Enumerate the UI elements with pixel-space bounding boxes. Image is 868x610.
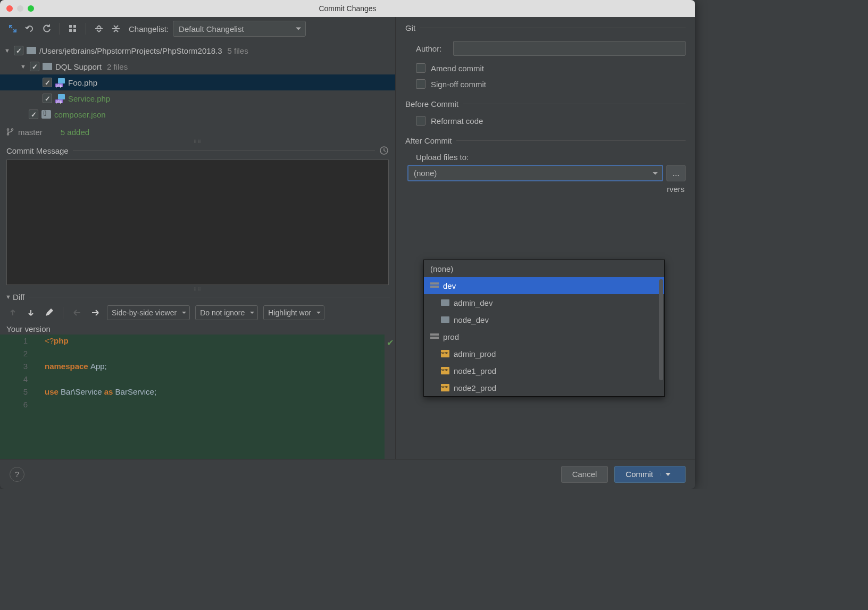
dropdown-item[interactable]: prod bbox=[424, 328, 664, 345]
diff-toolbar: Side-by-side viewer Do not ignore Highli… bbox=[0, 302, 395, 323]
commit-button[interactable]: Commit bbox=[614, 466, 686, 483]
maximize-window-icon[interactable] bbox=[28, 5, 34, 12]
your-version-label: Your version bbox=[0, 323, 395, 335]
dropdown-item[interactable]: node1_prod bbox=[424, 362, 664, 379]
checkbox[interactable] bbox=[416, 116, 425, 126]
author-input[interactable] bbox=[453, 41, 686, 56]
upload-files-label: Upload files to: bbox=[416, 153, 686, 162]
checkbox[interactable] bbox=[43, 94, 52, 103]
dropdown-item[interactable]: dev bbox=[424, 277, 664, 294]
svg-rect-2 bbox=[69, 29, 72, 32]
before-commit-label: Before Commit bbox=[405, 99, 458, 108]
file-count: 5 files bbox=[227, 46, 248, 55]
dropdown-item-label: dev bbox=[443, 281, 456, 290]
back-icon bbox=[71, 306, 84, 319]
sftp-icon bbox=[441, 384, 449, 391]
tree-file-row[interactable]: composer.json bbox=[0, 106, 395, 122]
folder-icon bbox=[43, 63, 52, 70]
svg-rect-3 bbox=[73, 29, 76, 32]
changes-toolbar: Changelist: Default Changelist bbox=[0, 17, 395, 40]
json-file-icon bbox=[41, 110, 51, 119]
dialog-footer: ? Cancel Commit bbox=[0, 459, 695, 489]
author-row: Author: bbox=[416, 41, 686, 56]
branch-name: master bbox=[18, 128, 43, 137]
undo-icon[interactable] bbox=[23, 22, 36, 35]
file-name: composer.json bbox=[54, 110, 106, 119]
git-section-label: Git bbox=[405, 23, 415, 32]
splitter[interactable]: ⠿⠿ bbox=[0, 139, 395, 144]
commit-changes-dialog: Commit Changes Changelist: Default Chang… bbox=[0, 0, 695, 489]
file-name: Foo.php bbox=[68, 78, 97, 87]
expand-all-icon[interactable] bbox=[93, 22, 105, 35]
diff-code-area[interactable]: 1 2 3 4 5 6 <?php namespace App; use Bar… bbox=[0, 335, 395, 459]
tree-root-row[interactable]: ▼ /Users/jetbrains/PhpstormProjects/PhpS… bbox=[0, 43, 395, 59]
refresh-icon[interactable] bbox=[40, 22, 53, 35]
help-button[interactable]: ? bbox=[10, 467, 24, 482]
upload-target-dropdown[interactable]: (none) bbox=[407, 165, 663, 181]
chevron-down-icon[interactable]: ▼ bbox=[5, 294, 13, 300]
forward-icon[interactable] bbox=[89, 306, 102, 319]
collapse-all-icon[interactable] bbox=[110, 22, 122, 35]
signoff-label: Sign-off commit bbox=[431, 80, 486, 89]
minimize-window-icon bbox=[17, 5, 23, 12]
dropdown-item-label: node2_prod bbox=[454, 383, 496, 392]
branch-icon bbox=[6, 128, 14, 136]
server-icon bbox=[441, 299, 449, 306]
dropdown-item[interactable]: admin_prod bbox=[424, 345, 664, 362]
checkbox[interactable] bbox=[43, 78, 52, 87]
history-icon[interactable] bbox=[379, 146, 389, 155]
diff-section-label: Diff bbox=[13, 293, 24, 302]
chevron-down-icon[interactable]: ▼ bbox=[4, 47, 12, 54]
commit-options-dropdown[interactable] bbox=[661, 473, 674, 476]
collapse-diff-icon[interactable] bbox=[6, 22, 19, 35]
tree-file-row[interactable]: Service.php bbox=[0, 90, 395, 106]
added-count: 5 added bbox=[61, 128, 89, 137]
after-commit-label: After Commit bbox=[405, 136, 452, 145]
code-lines: <?php namespace App; use Bar\Service as … bbox=[38, 335, 385, 459]
dropdown-item[interactable]: (none) bbox=[424, 260, 664, 277]
server-group-icon bbox=[430, 282, 439, 289]
checkbox[interactable] bbox=[416, 79, 425, 89]
next-diff-icon[interactable] bbox=[24, 306, 37, 319]
browse-servers-button[interactable]: ... bbox=[666, 165, 686, 181]
svg-rect-1 bbox=[73, 25, 76, 28]
window-title: Commit Changes bbox=[319, 4, 376, 13]
chevron-down-icon[interactable]: ▼ bbox=[20, 63, 28, 70]
reformat-row: Reformat code bbox=[416, 116, 686, 126]
amend-label: Amend commit bbox=[431, 64, 484, 73]
dropdown-item-label: admin_prod bbox=[454, 349, 496, 358]
cancel-button[interactable]: Cancel bbox=[561, 466, 608, 483]
tree-file-row[interactable]: Foo.php bbox=[0, 74, 395, 90]
ignore-mode-dropdown[interactable]: Do not ignore bbox=[195, 305, 258, 320]
close-window-icon[interactable] bbox=[6, 5, 13, 12]
changelist-dropdown[interactable]: Default Changelist bbox=[173, 21, 306, 37]
dropdown-item[interactable]: admin_dev bbox=[424, 294, 664, 311]
highlight-mode-dropdown[interactable]: Highlight wor bbox=[263, 305, 324, 320]
checkbox[interactable] bbox=[416, 63, 425, 73]
dropdown-item[interactable]: node2_prod bbox=[424, 379, 664, 396]
amend-row: Amend commit bbox=[416, 63, 686, 73]
scrollbar[interactable] bbox=[659, 279, 663, 380]
sftp-icon bbox=[441, 367, 449, 374]
server-group-icon bbox=[430, 333, 439, 340]
edit-icon[interactable] bbox=[43, 306, 55, 319]
dropdown-item-label: node_dev bbox=[454, 315, 489, 324]
checkbox[interactable] bbox=[14, 46, 23, 55]
commit-message-header: Commit Message bbox=[0, 144, 395, 157]
upload-value: (none) bbox=[414, 169, 437, 178]
splitter[interactable]: ⠿⠿ bbox=[0, 287, 395, 291]
checkbox[interactable] bbox=[29, 110, 38, 119]
viewer-mode-dropdown[interactable]: Side-by-side viewer bbox=[107, 305, 190, 320]
dropdown-item[interactable]: node_dev bbox=[424, 311, 664, 328]
titlebar[interactable]: Commit Changes bbox=[0, 0, 695, 17]
branch-bar: master 5 added bbox=[0, 124, 395, 139]
left-panel: Changelist: Default Changelist ▼ /Users/… bbox=[0, 17, 396, 459]
tree-folder-row[interactable]: ▼ DQL Support 2 files bbox=[0, 59, 395, 74]
check-icon: ✔ bbox=[387, 337, 394, 349]
svg-rect-0 bbox=[69, 25, 72, 28]
upload-target-dropdown-popup: (none)devadmin_devnode_devprodadmin_prod… bbox=[423, 260, 665, 397]
dropdown-item-label: (none) bbox=[430, 264, 453, 273]
checkbox[interactable] bbox=[30, 62, 39, 71]
group-by-icon[interactable] bbox=[66, 22, 79, 35]
commit-message-textarea[interactable] bbox=[6, 160, 389, 285]
